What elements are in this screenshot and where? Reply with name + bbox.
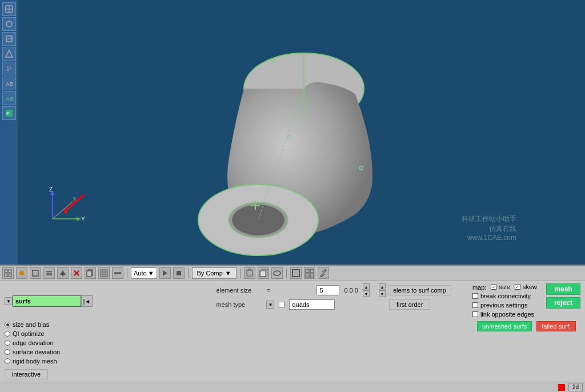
skew-checkbox[interactable] (515, 284, 520, 290)
interactive-btn[interactable]: interactive (5, 369, 48, 379)
mesh-type-dropdown[interactable]: ▼ (266, 301, 274, 309)
auto-dropdown[interactable]: Auto ▼ (131, 267, 157, 279)
toolbar-icon-play[interactable] (159, 267, 171, 279)
properties-panel: ▼ |◄ element size = 0 0 0 ▲ ▼ (0, 281, 585, 382)
cylinder-svg (64, 6, 384, 265)
toolbar-icon-cube1[interactable] (244, 267, 255, 279)
svg-point-55 (119, 272, 121, 274)
svg-line-29 (53, 202, 73, 219)
first-order-label: first order (389, 299, 430, 310)
surface-deviation-radio[interactable] (5, 349, 10, 355)
reject-button[interactable]: reject (546, 297, 580, 309)
toolbar-btn-5[interactable]: 1² (2, 62, 16, 75)
toolbar-icon-dot[interactable] (16, 267, 27, 279)
spinner-down[interactable]: ▼ (363, 290, 370, 297)
svg-rect-57 (177, 271, 181, 275)
toolbar-icon-stop[interactable] (173, 267, 185, 279)
size-checkbox-row: size (491, 283, 510, 290)
separator-1 (127, 268, 127, 278)
toolbar-icon-mesh[interactable] (98, 267, 110, 279)
svg-marker-6 (6, 50, 13, 57)
svg-rect-35 (5, 274, 7, 277)
elems-label: elems to surf comp (388, 285, 451, 295)
svg-text:Z: Z (49, 186, 53, 193)
element-size-label: element size (216, 287, 262, 294)
toolbar-icon-surface[interactable] (271, 267, 283, 279)
svg-point-3 (6, 21, 12, 27)
svg-text:1²: 1² (6, 66, 12, 72)
nav-end-btn[interactable]: |◄ (81, 295, 93, 307)
svg-rect-38 (33, 270, 38, 276)
edge-deviation-radio[interactable] (5, 340, 10, 346)
svg-rect-34 (9, 270, 11, 273)
toolbar-btn-3[interactable] (2, 32, 16, 46)
svg-marker-42 (60, 270, 66, 275)
bottom-bar: 2d (0, 382, 585, 392)
link-opposite-row: link opposite edges (472, 311, 537, 318)
svg-rect-47 (87, 271, 91, 277)
toolbar-icon-grid[interactable] (2, 267, 14, 279)
rigid-body-row: rigid body mesh (5, 358, 96, 365)
toolbar-icon-square[interactable] (290, 267, 302, 279)
mesh-type-input[interactable] (289, 299, 335, 310)
toolbar-icon-copy[interactable] (85, 267, 96, 279)
size-bias-radio[interactable] (5, 322, 10, 327)
toolbar-icon-up[interactable] (57, 267, 69, 279)
toolbar-icon-cube2[interactable] (258, 267, 269, 279)
size-checkbox[interactable] (491, 284, 496, 290)
toolbar-btn-8[interactable]: P (2, 106, 16, 120)
svg-point-53 (114, 272, 117, 274)
surf-name-input[interactable] (13, 295, 81, 307)
svg-rect-48 (101, 270, 107, 277)
qi-optimize-row: QI optimize (5, 330, 96, 337)
svg-line-69 (322, 272, 324, 274)
toolbar-btn-7[interactable]: ABC (2, 91, 16, 105)
spinner2-up[interactable]: ▲ (379, 283, 386, 290)
toolbar-icon-blocks[interactable] (304, 267, 315, 279)
qi-optimize-radio[interactable] (5, 331, 10, 337)
equals-label: = (266, 287, 312, 294)
svg-rect-66 (310, 269, 314, 273)
toolbar-btn-1[interactable] (2, 2, 16, 16)
main-container: 1² ABC ABC P 1CAE.COM (0, 0, 585, 392)
edge-deviation-row: edge deviation (5, 339, 96, 346)
viewport: 1² ABC ABC P 1CAE.COM (0, 0, 585, 265)
toolbar-icon-box[interactable] (30, 267, 41, 279)
failed-surfs-button[interactable]: failed surf: (536, 321, 576, 331)
axes-indicator: Z Y x (41, 185, 87, 230)
mesh-button[interactable]: mesh (546, 283, 580, 295)
2d-mode-button[interactable]: 2d (568, 383, 583, 391)
svg-text:x: x (73, 195, 76, 202)
link-opposite-checkbox[interactable] (472, 311, 478, 317)
unmeshed-surfs-button[interactable]: unmeshed surfs (477, 321, 532, 331)
previous-settings-checkbox[interactable] (472, 302, 478, 308)
separator-3 (240, 268, 241, 278)
svg-rect-36 (9, 274, 11, 277)
svg-text:P: P (6, 111, 9, 116)
element-size-input[interactable] (316, 285, 339, 295)
map-section: map: size skew break connectivity (472, 283, 537, 319)
surf-name-row: ▼ |◄ element size = 0 0 0 ▲ ▼ (5, 283, 580, 319)
mesh-type-label: mesh type (216, 301, 262, 308)
panel-collapse-btn[interactable]: ▼ (5, 297, 13, 305)
by-comp-button[interactable]: By Comp ▼ (192, 267, 237, 279)
toolbar-btn-2[interactable] (2, 17, 16, 31)
svg-point-37 (19, 271, 24, 275)
toolbar-icon-dots[interactable] (112, 267, 123, 279)
svg-point-54 (117, 272, 119, 274)
separator-4 (286, 268, 287, 278)
svg-rect-43 (62, 275, 63, 277)
svg-rect-64 (292, 270, 299, 277)
svg-text:Y: Y (81, 216, 85, 222)
toolbar-btn-6[interactable]: ABC (2, 77, 16, 90)
spinner-up[interactable]: ▲ (363, 283, 370, 290)
toolbar-icon-link[interactable] (318, 267, 329, 279)
toolbar-icon-layers[interactable] (43, 267, 55, 279)
mesh-type-checkbox[interactable] (279, 302, 285, 307)
rigid-body-radio[interactable] (5, 358, 10, 364)
break-connectivity-checkbox[interactable] (472, 293, 478, 299)
spinner2-down[interactable]: ▼ (379, 290, 386, 297)
svg-rect-67 (306, 274, 309, 277)
toolbar-icon-x[interactable] (71, 267, 82, 279)
toolbar-btn-4[interactable] (2, 47, 16, 61)
